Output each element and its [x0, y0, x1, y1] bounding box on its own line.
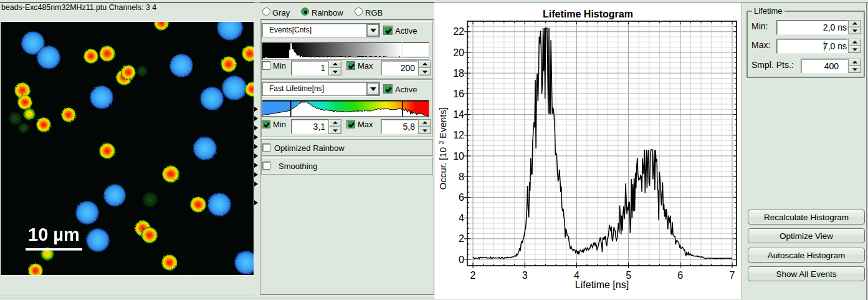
svg-text:4: 4: [459, 213, 464, 223]
svg-text:Lifetime Histogram: Lifetime Histogram: [543, 9, 633, 19]
svg-text:10: 10: [453, 151, 464, 162]
svg-text:3: 3: [522, 270, 528, 281]
svg-text:0: 0: [459, 254, 464, 265]
svg-text:20: 20: [453, 47, 464, 58]
svg-text:18: 18: [453, 68, 464, 79]
svg-text:6: 6: [677, 270, 683, 281]
svg-text:6: 6: [459, 192, 464, 203]
svg-text:Lifetime [ns]: Lifetime [ns]: [575, 279, 629, 290]
svg-text:2: 2: [470, 270, 476, 281]
svg-text:Occur. [10 3 Events]: Occur. [10 3 Events]: [437, 107, 448, 190]
svg-text:12: 12: [453, 130, 464, 140]
svg-text:7: 7: [730, 270, 735, 281]
svg-text:22: 22: [453, 26, 464, 37]
svg-text:8: 8: [459, 172, 464, 182]
svg-text:14: 14: [453, 109, 464, 120]
svg-text:16: 16: [453, 89, 464, 99]
svg-text:2: 2: [459, 233, 464, 244]
svg-text:10 µm: 10 µm: [28, 225, 80, 244]
